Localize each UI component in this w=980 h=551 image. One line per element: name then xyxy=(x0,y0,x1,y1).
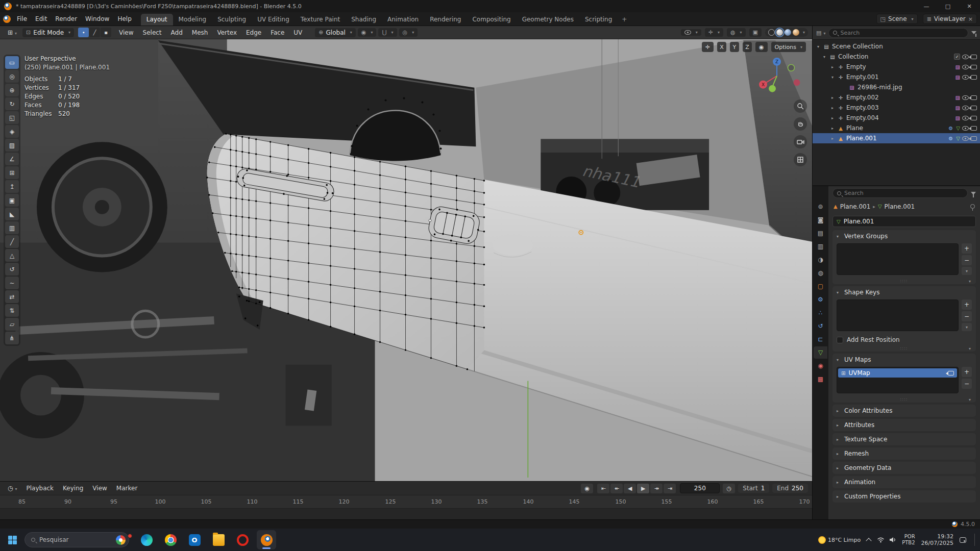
tool-spin[interactable]: ↺ xyxy=(5,263,19,276)
tab-physics[interactable]: ↺ xyxy=(814,320,827,332)
add-uv-map-button[interactable]: + xyxy=(962,367,972,377)
tool-move[interactable]: ⊕ xyxy=(5,84,19,96)
outliner-row-image-26986[interactable]: ▨ 26986-mid.jpg xyxy=(813,82,980,92)
options-dropdown[interactable]: Options xyxy=(771,42,806,52)
prev-keyframe-button[interactable]: ↞ xyxy=(610,484,623,493)
close-button[interactable]: ✕ xyxy=(959,0,980,12)
workspace-tab-uv-editing[interactable]: UV Editing xyxy=(252,14,295,26)
axis-x-button[interactable]: X xyxy=(717,42,726,52)
taskbar-app-opera[interactable] xyxy=(233,530,252,549)
properties-search[interactable] xyxy=(832,188,968,198)
outliner-row-plane[interactable]: ▸ ▲ Plane ⚙ ▽ xyxy=(813,123,980,133)
menu-help[interactable]: Help xyxy=(113,14,135,24)
visibility-eye-icon[interactable] xyxy=(962,136,969,141)
snap-dropdown[interactable]: ⋃ xyxy=(378,28,397,37)
tool-edge-slide[interactable]: ⇄ xyxy=(5,290,19,303)
tool-extrude[interactable]: ↥ xyxy=(5,180,19,193)
add-workspace-button[interactable]: + xyxy=(618,14,631,26)
gizmos-dropdown[interactable]: ✛ xyxy=(705,28,723,37)
outliner-row-empty-003[interactable]: ▸ ✛ Empty.003 ▨ xyxy=(813,103,980,113)
mode-dropdown[interactable]: ⊡ Edit Mode xyxy=(22,28,74,37)
timeline-menu-playback[interactable]: Playback xyxy=(23,483,58,493)
viewport-menu-vertex[interactable]: Vertex xyxy=(213,28,240,38)
jump-to-start-button[interactable]: ⇤ xyxy=(597,484,609,493)
tray-expand-icon[interactable] xyxy=(866,538,872,543)
tool-measure[interactable]: ∠ xyxy=(5,153,19,165)
outliner-search[interactable] xyxy=(828,28,968,38)
outliner-row-empty-004[interactable]: ▸ ✛ Empty.004 ▨ xyxy=(813,113,980,123)
visibility-eye-icon[interactable] xyxy=(962,55,969,59)
timeline-track-area[interactable] xyxy=(0,508,812,519)
render-camera-icon[interactable] xyxy=(971,75,977,80)
tool-shear[interactable]: ▱ xyxy=(5,318,19,331)
outliner-row-empty-002[interactable]: ▸ ✛ Empty.002 ▨ xyxy=(813,92,980,103)
tab-constraints[interactable]: ⊏ xyxy=(814,333,827,345)
panel-custom-properties[interactable]: ▸Custom Properties xyxy=(832,490,976,503)
workspace-tab-texture-paint[interactable]: Texture Paint xyxy=(295,14,346,26)
outliner-row-collection[interactable]: ▾ ▤ Collection ✓ xyxy=(813,52,980,62)
render-camera-icon[interactable] xyxy=(971,106,977,110)
tab-material[interactable]: ◉ xyxy=(814,360,827,372)
timeline-menu-marker[interactable]: Marker xyxy=(113,483,141,493)
tool-cursor[interactable]: ◎ xyxy=(5,70,19,83)
workspace-tab-scripting[interactable]: Scripting xyxy=(579,14,618,26)
pin-icon[interactable] xyxy=(970,204,975,209)
tool-loop-cut[interactable]: ▥ xyxy=(5,221,19,234)
shape-key-specials-button[interactable]: ▾ xyxy=(962,323,972,331)
workspace-tab-geometry-nodes[interactable]: Geometry Nodes xyxy=(517,14,579,26)
zoom-icon[interactable] xyxy=(794,99,807,113)
viewport-menu-mesh[interactable]: Mesh xyxy=(188,28,212,38)
workspace-tab-sculpting[interactable]: Sculpting xyxy=(212,14,252,26)
start-frame-field[interactable]: Start1 xyxy=(738,484,769,493)
uv-maps-header[interactable]: ▾ UV Maps xyxy=(832,354,976,366)
editor-type-icon[interactable]: ⊞ xyxy=(4,28,20,38)
visibility-eye-icon[interactable] xyxy=(962,126,969,131)
disclosure-icon[interactable]: ▾ xyxy=(816,44,821,49)
tab-texture[interactable]: ▩ xyxy=(814,373,827,385)
tab-world[interactable]: ◍ xyxy=(814,267,827,279)
notification-center-icon[interactable] xyxy=(960,537,966,543)
tool-add-cube[interactable]: ⊞ xyxy=(5,166,19,179)
add-shape-key-button[interactable]: + xyxy=(962,299,972,310)
panel-texture-space[interactable]: ▸Texture Space xyxy=(832,433,976,445)
breadcrumb-data[interactable]: Plane.001 xyxy=(885,203,915,210)
tool-annotate[interactable]: ▨ xyxy=(5,139,19,152)
uv-maps-list[interactable]: ⊞ UVMap xyxy=(837,367,959,393)
overlays-dropdown[interactable]: ◍ xyxy=(727,28,746,37)
tool-smooth[interactable]: ∼ xyxy=(5,277,19,289)
vertex-groups-list[interactable] xyxy=(837,243,959,275)
volume-icon[interactable] xyxy=(889,537,896,543)
panel-geometry-data[interactable]: ▸Geometry Data xyxy=(832,462,976,474)
minimize-button[interactable]: — xyxy=(916,0,937,12)
outliner-row-plane-001[interactable]: ▸ ▲ Plane.001 ⚙ ▽ xyxy=(813,133,980,143)
filter-funnel-icon[interactable] xyxy=(971,31,976,34)
tool-select-box[interactable]: ▭ xyxy=(5,56,19,69)
disclosure-icon[interactable]: ▸ xyxy=(830,126,835,131)
tab-view-layer[interactable]: ▥ xyxy=(814,240,827,253)
auto-keying-button[interactable]: ◉ xyxy=(581,484,593,493)
outliner-row-empty-001[interactable]: ▾ ✛ Empty.001 ▨ xyxy=(813,72,980,82)
workspace-tab-rendering[interactable]: Rendering xyxy=(424,14,467,26)
properties-search-input[interactable] xyxy=(844,190,963,196)
viewport-menu-face[interactable]: Face xyxy=(267,28,288,38)
properties-filter-icon[interactable] xyxy=(971,192,976,195)
gizmo-y-axis[interactable] xyxy=(769,85,776,92)
tool-shrink-fatten[interactable]: ⇅ xyxy=(5,304,19,317)
clock-widget[interactable]: 19:32 26/07/2025 xyxy=(921,533,953,546)
viewport-menu-edge[interactable]: Edge xyxy=(242,28,265,38)
remove-shape-key-button[interactable]: − xyxy=(962,311,972,321)
proportional-edit-dropdown[interactable]: ◎ xyxy=(399,28,418,37)
render-camera-icon[interactable] xyxy=(971,116,977,120)
taskbar-app-explorer[interactable] xyxy=(209,530,228,549)
camera-view-icon[interactable] xyxy=(794,135,807,148)
tab-object[interactable]: ▢ xyxy=(814,280,827,292)
axis-y-button[interactable]: Y xyxy=(730,42,739,52)
visibility-eye-icon[interactable] xyxy=(962,106,969,110)
timeline-ruler[interactable]: 85 90 95 100 105 110 115 120 125 130 135… xyxy=(0,495,812,508)
wifi-icon[interactable] xyxy=(877,537,885,543)
visibility-eye-icon[interactable] xyxy=(962,65,969,69)
visibility-eye-icon[interactable] xyxy=(962,95,969,100)
tool-inset-faces[interactable]: ▣ xyxy=(5,194,19,207)
taskbar-search[interactable] xyxy=(24,532,129,547)
panel-animation[interactable]: ▸Animation xyxy=(832,476,976,488)
